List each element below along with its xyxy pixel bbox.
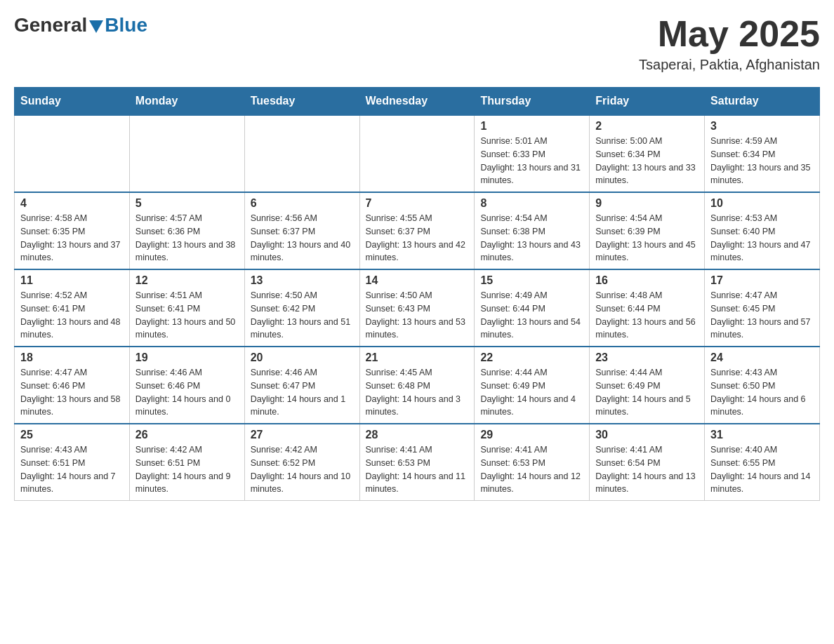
- calendar-cell: 22Sunrise: 4:44 AMSunset: 6:49 PMDayligh…: [475, 347, 590, 424]
- calendar-cell: 14Sunrise: 4:50 AMSunset: 6:43 PMDayligh…: [359, 269, 475, 347]
- logo: General Blue: [14, 14, 147, 36]
- calendar-cell: 26Sunrise: 4:42 AMSunset: 6:51 PMDayligh…: [129, 424, 244, 501]
- day-info: Sunrise: 4:43 AMSunset: 6:50 PMDaylight:…: [710, 366, 814, 419]
- day-info: Sunrise: 4:44 AMSunset: 6:49 PMDaylight:…: [595, 366, 699, 419]
- calendar-cell: [359, 115, 475, 192]
- day-info: Sunrise: 4:54 AMSunset: 6:39 PMDaylight:…: [595, 212, 699, 264]
- day-number: 7: [366, 197, 469, 210]
- day-number: 18: [20, 351, 124, 364]
- day-info: Sunrise: 4:41 AMSunset: 6:53 PMDaylight:…: [480, 443, 583, 496]
- day-number: 9: [595, 197, 699, 210]
- day-info: Sunrise: 4:41 AMSunset: 6:54 PMDaylight:…: [595, 443, 699, 496]
- day-number: 4: [20, 197, 124, 210]
- calendar-cell: 13Sunrise: 4:50 AMSunset: 6:42 PMDayligh…: [244, 269, 359, 347]
- day-info: Sunrise: 4:45 AMSunset: 6:48 PMDaylight:…: [366, 366, 469, 419]
- day-info: Sunrise: 4:40 AMSunset: 6:55 PMDaylight:…: [710, 443, 814, 496]
- day-number: 27: [251, 429, 354, 441]
- weekday-header-sunday: Sunday: [15, 88, 130, 116]
- day-info: Sunrise: 4:43 AMSunset: 6:51 PMDaylight:…: [20, 443, 124, 496]
- day-number: 3: [710, 120, 814, 133]
- day-info: Sunrise: 4:57 AMSunset: 6:36 PMDaylight:…: [135, 212, 239, 264]
- logo-general-text: General: [14, 14, 87, 36]
- day-number: 30: [595, 429, 699, 441]
- day-info: Sunrise: 4:51 AMSunset: 6:41 PMDaylight:…: [135, 289, 239, 342]
- calendar-cell: 10Sunrise: 4:53 AMSunset: 6:40 PMDayligh…: [705, 192, 820, 269]
- day-number: 16: [595, 274, 699, 287]
- weekday-header-tuesday: Tuesday: [244, 88, 359, 116]
- day-number: 22: [480, 351, 583, 364]
- calendar-header-row: SundayMondayTuesdayWednesdayThursdayFrid…: [15, 88, 820, 116]
- day-number: 8: [480, 197, 583, 210]
- title-section: May 2025 Tsaperai, Paktia, Afghanistan: [639, 14, 820, 73]
- calendar-cell: 9Sunrise: 4:54 AMSunset: 6:39 PMDaylight…: [590, 192, 705, 269]
- calendar-cell: 24Sunrise: 4:43 AMSunset: 6:50 PMDayligh…: [705, 347, 820, 424]
- day-info: Sunrise: 4:48 AMSunset: 6:44 PMDaylight:…: [595, 289, 699, 342]
- month-year-title: May 2025: [639, 14, 820, 54]
- week-row-5: 25Sunrise: 4:43 AMSunset: 6:51 PMDayligh…: [15, 424, 820, 501]
- calendar-cell: 1Sunrise: 5:01 AMSunset: 6:33 PMDaylight…: [475, 115, 590, 192]
- calendar-cell: 16Sunrise: 4:48 AMSunset: 6:44 PMDayligh…: [590, 269, 705, 347]
- calendar-cell: 3Sunrise: 4:59 AMSunset: 6:34 PMDaylight…: [705, 115, 820, 192]
- day-number: 23: [595, 351, 699, 364]
- day-info: Sunrise: 4:42 AMSunset: 6:51 PMDaylight:…: [135, 443, 239, 496]
- day-info: Sunrise: 4:46 AMSunset: 6:47 PMDaylight:…: [251, 366, 354, 419]
- calendar-cell: 7Sunrise: 4:55 AMSunset: 6:37 PMDaylight…: [359, 192, 475, 269]
- day-number: 26: [135, 429, 239, 441]
- calendar-cell: 29Sunrise: 4:41 AMSunset: 6:53 PMDayligh…: [475, 424, 590, 501]
- calendar-cell: 30Sunrise: 4:41 AMSunset: 6:54 PMDayligh…: [590, 424, 705, 501]
- day-info: Sunrise: 4:49 AMSunset: 6:44 PMDaylight:…: [480, 289, 583, 342]
- calendar-cell: 11Sunrise: 4:52 AMSunset: 6:41 PMDayligh…: [15, 269, 130, 347]
- weekday-header-monday: Monday: [129, 88, 244, 116]
- logo-blue-text: Blue: [105, 14, 147, 36]
- day-number: 25: [20, 429, 124, 441]
- calendar-cell: 6Sunrise: 4:56 AMSunset: 6:37 PMDaylight…: [244, 192, 359, 269]
- weekday-header-friday: Friday: [590, 88, 705, 116]
- calendar-cell: 12Sunrise: 4:51 AMSunset: 6:41 PMDayligh…: [129, 269, 244, 347]
- day-number: 1: [480, 120, 583, 133]
- weekday-header-saturday: Saturday: [705, 88, 820, 116]
- day-info: Sunrise: 4:56 AMSunset: 6:37 PMDaylight:…: [251, 212, 354, 264]
- page-header: General Blue May 2025 Tsaperai, Paktia, …: [14, 14, 820, 73]
- day-info: Sunrise: 4:50 AMSunset: 6:43 PMDaylight:…: [366, 289, 469, 342]
- day-info: Sunrise: 5:00 AMSunset: 6:34 PMDaylight:…: [595, 135, 699, 187]
- day-info: Sunrise: 4:55 AMSunset: 6:37 PMDaylight:…: [366, 212, 469, 264]
- day-info: Sunrise: 5:01 AMSunset: 6:33 PMDaylight:…: [480, 135, 583, 187]
- day-info: Sunrise: 4:47 AMSunset: 6:45 PMDaylight:…: [710, 289, 814, 342]
- day-number: 10: [710, 197, 814, 210]
- calendar-cell: 17Sunrise: 4:47 AMSunset: 6:45 PMDayligh…: [705, 269, 820, 347]
- day-number: 19: [135, 351, 239, 364]
- calendar-cell: 20Sunrise: 4:46 AMSunset: 6:47 PMDayligh…: [244, 347, 359, 424]
- day-info: Sunrise: 4:54 AMSunset: 6:38 PMDaylight:…: [480, 212, 583, 264]
- calendar-cell: 2Sunrise: 5:00 AMSunset: 6:34 PMDaylight…: [590, 115, 705, 192]
- weekday-header-wednesday: Wednesday: [359, 88, 475, 116]
- day-number: 21: [366, 351, 469, 364]
- day-info: Sunrise: 4:58 AMSunset: 6:35 PMDaylight:…: [20, 212, 124, 264]
- calendar-cell: [244, 115, 359, 192]
- day-number: 13: [251, 274, 354, 287]
- calendar-cell: 23Sunrise: 4:44 AMSunset: 6:49 PMDayligh…: [590, 347, 705, 424]
- day-info: Sunrise: 4:50 AMSunset: 6:42 PMDaylight:…: [251, 289, 354, 342]
- day-number: 31: [710, 429, 814, 441]
- weekday-header-thursday: Thursday: [475, 88, 590, 116]
- week-row-1: 1Sunrise: 5:01 AMSunset: 6:33 PMDaylight…: [15, 115, 820, 192]
- calendar-table: SundayMondayTuesdayWednesdayThursdayFrid…: [14, 87, 820, 501]
- calendar-cell: [15, 115, 130, 192]
- day-number: 12: [135, 274, 239, 287]
- day-number: 5: [135, 197, 239, 210]
- logo-triangle-icon: [89, 20, 103, 33]
- day-info: Sunrise: 4:52 AMSunset: 6:41 PMDaylight:…: [20, 289, 124, 342]
- day-info: Sunrise: 4:59 AMSunset: 6:34 PMDaylight:…: [710, 135, 814, 187]
- day-number: 15: [480, 274, 583, 287]
- day-number: 6: [251, 197, 354, 210]
- week-row-4: 18Sunrise: 4:47 AMSunset: 6:46 PMDayligh…: [15, 347, 820, 424]
- calendar-cell: 18Sunrise: 4:47 AMSunset: 6:46 PMDayligh…: [15, 347, 130, 424]
- calendar-cell: 5Sunrise: 4:57 AMSunset: 6:36 PMDaylight…: [129, 192, 244, 269]
- calendar-cell: 21Sunrise: 4:45 AMSunset: 6:48 PMDayligh…: [359, 347, 475, 424]
- day-number: 14: [366, 274, 469, 287]
- day-info: Sunrise: 4:46 AMSunset: 6:46 PMDaylight:…: [135, 366, 239, 419]
- day-number: 17: [710, 274, 814, 287]
- day-info: Sunrise: 4:41 AMSunset: 6:53 PMDaylight:…: [366, 443, 469, 496]
- calendar-cell: 25Sunrise: 4:43 AMSunset: 6:51 PMDayligh…: [15, 424, 130, 501]
- day-number: 28: [366, 429, 469, 441]
- week-row-2: 4Sunrise: 4:58 AMSunset: 6:35 PMDaylight…: [15, 192, 820, 269]
